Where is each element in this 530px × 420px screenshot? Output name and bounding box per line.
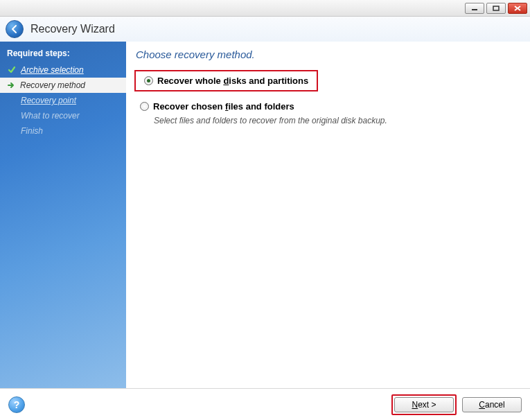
svg-rect-1 (493, 6, 499, 10)
option-label: Recover whole disks and partitions (157, 76, 308, 86)
step-recovery-method: Recovery method (0, 78, 126, 93)
back-button[interactable] (6, 20, 24, 38)
wizard-title: Recovery Wizard (30, 23, 115, 35)
check-icon (7, 65, 17, 75)
help-button[interactable]: ? (8, 396, 25, 413)
option-highlight: Recover whole disks and partitions (134, 70, 318, 91)
help-icon: ? (14, 399, 20, 410)
step-spacer-icon (7, 126, 17, 136)
step-archive-selection[interactable]: Archive selection (0, 62, 126, 78)
back-arrow-icon (10, 24, 19, 34)
maximize-icon (493, 6, 500, 11)
close-button[interactable] (508, 3, 527, 14)
cancel-button[interactable]: Cancel (462, 397, 522, 412)
window-titlebar (0, 0, 530, 17)
close-icon (514, 6, 521, 11)
wizard-header: Recovery Wizard (0, 17, 530, 42)
step-label: Finish (21, 126, 43, 136)
step-label: Archive selection (21, 65, 84, 75)
step-what-to-recover: What to recover (0, 108, 126, 123)
arrow-right-icon (6, 80, 16, 90)
step-label: What to recover (21, 111, 80, 121)
minimize-icon (471, 6, 478, 11)
option-recover-files[interactable]: Recover chosen files and folders (136, 98, 520, 114)
radio-selected-icon[interactable] (144, 76, 153, 85)
sidebar-header: Required steps: (0, 46, 126, 62)
radio-icon[interactable] (140, 102, 149, 111)
footer-buttons: Next > Cancel (391, 394, 522, 415)
next-button[interactable]: Next > (394, 397, 454, 412)
step-recovery-point[interactable]: Recovery point (0, 93, 126, 108)
step-finish: Finish (0, 123, 126, 139)
option-recover-disks[interactable]: Recover whole disks and partitions (140, 73, 312, 89)
minimize-button[interactable] (465, 3, 484, 14)
step-spacer-icon (7, 96, 17, 105)
wizard-body: Required steps: Archive selection Recove… (0, 42, 530, 388)
option-label: Recover chosen files and folders (153, 101, 294, 112)
wizard-footer: ? Next > Cancel (0, 388, 530, 420)
steps-sidebar: Required steps: Archive selection Recove… (0, 42, 126, 388)
step-spacer-icon (7, 111, 17, 121)
step-label: Recovery point (21, 96, 76, 105)
main-panel: Choose recovery method. Recover whole di… (126, 42, 530, 388)
next-highlight: Next > (391, 394, 457, 415)
option-description: Select files and folders to recover from… (154, 116, 520, 125)
step-label: Recovery method (20, 80, 85, 90)
maximize-button[interactable] (486, 3, 506, 14)
page-heading: Choose recovery method. (136, 49, 520, 60)
